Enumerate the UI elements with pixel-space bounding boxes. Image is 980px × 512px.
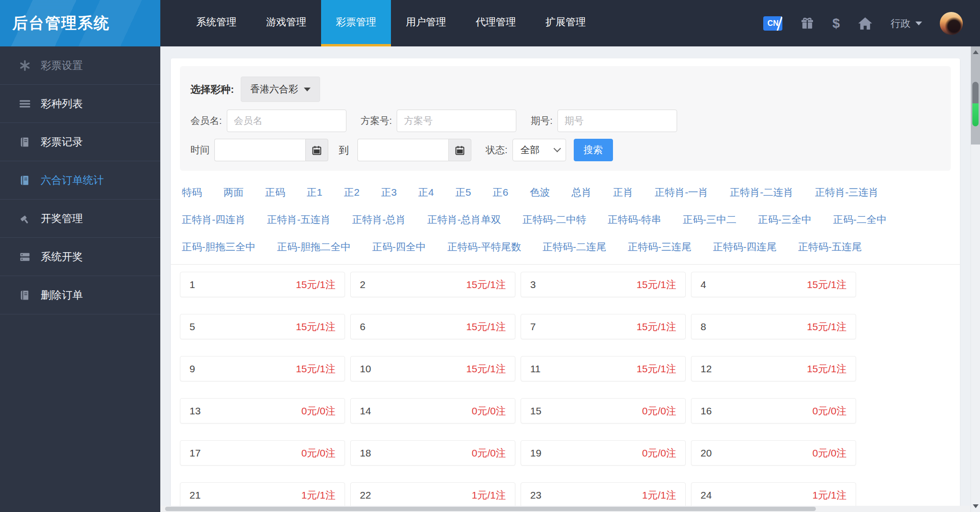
dollar-icon[interactable]: $	[832, 16, 840, 31]
bet-type-link[interactable]: 正特码-四连尾	[713, 240, 777, 254]
bet-type-link[interactable]: 色波	[530, 186, 550, 199]
sidebar-item[interactable]: 六合订单统计	[0, 161, 160, 200]
stat-cell[interactable]: 140元/0注	[350, 398, 515, 423]
language-cn-icon[interactable]: CN	[763, 16, 782, 31]
stat-cell[interactable]: 130元/0注	[180, 398, 345, 423]
bet-type-link[interactable]: 特码	[182, 186, 202, 199]
bet-type-link[interactable]: 正3	[381, 186, 397, 199]
stat-cell[interactable]: 615元/1注	[350, 314, 515, 339]
topbar-actions: CN $ 行政	[763, 0, 980, 46]
bet-type-link[interactable]: 正1	[307, 186, 323, 199]
lottery-type-dropdown[interactable]: 香港六合彩	[241, 77, 320, 102]
calendar-icon[interactable]	[448, 139, 471, 161]
sidebar-item[interactable]: 开奖管理	[0, 200, 160, 238]
bet-type-link[interactable]: 正2	[344, 186, 360, 199]
date-to-input[interactable]	[357, 139, 448, 161]
calendar-icon[interactable]	[305, 139, 328, 161]
stat-cell[interactable]: 415元/1注	[691, 272, 856, 297]
bet-type-link[interactable]: 正特肖-总肖单双	[427, 213, 501, 226]
stat-cell[interactable]: 215元/1注	[350, 272, 515, 297]
scroll-up-arrow-icon[interactable]	[973, 50, 979, 54]
stat-cell[interactable]: 231元/1注	[521, 482, 686, 508]
top-nav-tab[interactable]: 彩票管理	[321, 0, 391, 46]
bet-type-link[interactable]: 正码-四全中	[372, 240, 426, 254]
search-button[interactable]: 搜索	[574, 139, 613, 161]
gift-icon[interactable]	[800, 16, 814, 31]
top-nav-tab[interactable]: 系统管理	[181, 0, 251, 46]
bet-type-link[interactable]: 正码-三中二	[683, 213, 736, 226]
stat-cell[interactable]: 515元/1注	[180, 314, 345, 339]
stat-cell[interactable]: 315元/1注	[521, 272, 686, 297]
stat-cell[interactable]: 200元/0注	[691, 440, 856, 466]
bet-type-link[interactable]: 正特肖-三连肖	[815, 186, 879, 199]
scroll-down-arrow-icon[interactable]	[973, 504, 979, 508]
bet-type-link[interactable]: 正特肖-总肖	[352, 213, 406, 226]
status-select[interactable]: 全部	[512, 139, 566, 161]
horizontal-scrollbar[interactable]	[160, 506, 970, 512]
issue-input[interactable]	[557, 110, 677, 132]
stat-cell[interactable]: 180元/0注	[350, 440, 515, 466]
sidebar-item[interactable]: 彩票记录	[0, 123, 160, 161]
bet-type-link[interactable]: 正特肖-四连肖	[182, 213, 245, 226]
stat-cell-value: 15元/1注	[636, 278, 676, 291]
bet-type-link[interactable]: 正特码-平特尾数	[447, 240, 521, 254]
horizontal-scroll-thumb[interactable]	[165, 507, 816, 511]
top-nav-tab[interactable]: 代理管理	[461, 0, 531, 46]
bet-type-link[interactable]: 正码-二全中	[833, 213, 887, 226]
stat-cell[interactable]: 190元/0注	[521, 440, 686, 466]
top-nav-tab[interactable]: 扩展管理	[531, 0, 601, 46]
stat-cell[interactable]: 160元/0注	[691, 398, 856, 423]
bet-type-link[interactable]: 正特肖-二连肖	[730, 186, 793, 199]
sidebar-item[interactable]: 删除订单	[0, 276, 160, 314]
bet-type-link[interactable]: 正码-胆拖三全中	[182, 240, 256, 254]
stat-cell[interactable]: 715元/1注	[521, 314, 686, 339]
stat-cell[interactable]: 115元/1注	[180, 272, 345, 297]
vertical-scroll-thumb[interactable]	[972, 82, 979, 126]
sidebar-item[interactable]: 彩票设置	[0, 46, 160, 85]
bet-type-link[interactable]: 正特码-特串	[608, 213, 661, 226]
stat-cell[interactable]: 815元/1注	[691, 314, 856, 339]
stat-cell[interactable]: 221元/1注	[350, 482, 515, 508]
vertical-scrollbar[interactable]	[970, 46, 980, 512]
plan-input[interactable]	[397, 110, 516, 132]
stat-cell[interactable]: 170元/0注	[180, 440, 345, 466]
bet-type-link[interactable]: 正5	[456, 186, 471, 199]
stat-cell[interactable]: 915元/1注	[180, 356, 345, 381]
member-input[interactable]	[227, 110, 346, 132]
status-value: 全部	[521, 144, 540, 156]
top-nav-tab[interactable]: 用户管理	[391, 0, 461, 46]
avatar[interactable]	[940, 12, 963, 35]
stat-cell[interactable]: 211元/1注	[180, 482, 345, 508]
top-nav-tab[interactable]: 游戏管理	[251, 0, 321, 46]
stat-cell[interactable]: 241元/1注	[691, 482, 856, 508]
bet-type-link[interactable]: 正码-三全中	[758, 213, 812, 226]
lottery-type-value: 香港六合彩	[250, 83, 298, 96]
bet-type-link[interactable]: 总肖	[571, 186, 591, 199]
stat-cell[interactable]: 1215元/1注	[691, 356, 856, 381]
bet-type-link[interactable]: 正特码-五连尾	[798, 240, 862, 254]
top-bar: 后台管理系统 系统管理游戏管理彩票管理用户管理代理管理扩展管理 CN $ 行政	[0, 0, 980, 46]
stat-cell-number: 18	[360, 447, 371, 459]
bet-type-link[interactable]: 正特码-二连尾	[543, 240, 606, 254]
bet-type-link[interactable]: 正特肖-五连肖	[267, 213, 331, 226]
stat-cell[interactable]: 1115元/1注	[521, 356, 686, 381]
date-from-input[interactable]	[214, 139, 305, 161]
bet-type-link[interactable]: 正4	[418, 186, 434, 199]
sidebar-item[interactable]: 彩种列表	[0, 85, 160, 123]
stat-cell[interactable]: 150元/0注	[521, 398, 686, 423]
bet-type-link[interactable]: 正特肖-一肖	[655, 186, 708, 199]
bet-type-link[interactable]: 正码	[265, 186, 285, 199]
bet-type-link[interactable]: 正特码-二中特	[523, 213, 586, 226]
bet-type-link[interactable]: 正肖	[613, 186, 633, 199]
bet-type-link[interactable]: 两面	[223, 186, 244, 199]
stat-cell-value: 1元/1注	[813, 489, 846, 502]
home-icon[interactable]	[858, 16, 873, 31]
chevron-down-icon	[304, 88, 311, 91]
sidebar-item[interactable]: 系统开奖	[0, 238, 160, 276]
bet-type-link[interactable]: 正码-胆拖二全中	[277, 240, 351, 254]
bet-type-link[interactable]: 正6	[492, 186, 508, 199]
user-menu[interactable]: 行政	[891, 17, 922, 30]
bet-type-link[interactable]: 正特码-三连尾	[628, 240, 691, 254]
stat-cell[interactable]: 1015元/1注	[350, 356, 515, 381]
asterisk-icon	[19, 60, 31, 71]
